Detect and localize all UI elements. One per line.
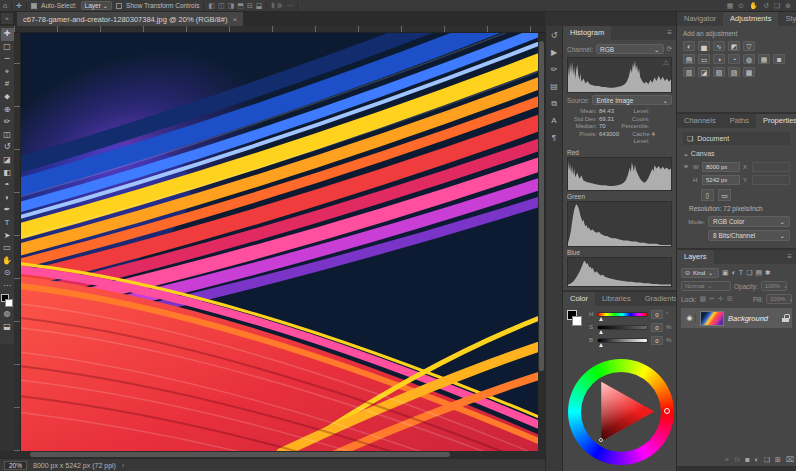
brush-tool[interactable]: ✏ <box>1 116 14 129</box>
auto-select-checkbox[interactable] <box>31 3 37 9</box>
lock-position-icon[interactable]: ✛ <box>718 295 724 303</box>
link-dimensions-icon[interactable]: ⚭ <box>683 163 690 171</box>
delete-layer-icon[interactable]: ⌧ <box>786 456 794 464</box>
path-selection-tool[interactable]: ➤ <box>1 230 14 243</box>
distribute-h-icon[interactable]: ⫴ <box>271 1 274 11</box>
eyedropper-tool[interactable]: ⬥ <box>1 91 14 104</box>
blur-tool[interactable]: ◓ <box>1 179 14 192</box>
lasso-tool[interactable]: ∽ <box>1 53 14 66</box>
tab-styles[interactable]: Styles <box>778 12 796 26</box>
tab-adjustments[interactable]: Adjustments <box>723 12 778 26</box>
close-tab-icon[interactable]: × <box>232 15 237 24</box>
align-center-v-icon[interactable]: ⊟ <box>247 1 253 11</box>
slider-marker[interactable] <box>599 343 603 347</box>
slider-ramp[interactable] <box>597 312 648 317</box>
zoom-tool[interactable]: ⊙ <box>1 267 14 280</box>
distribute-v-icon[interactable]: ⊪ <box>277 1 283 11</box>
type-tool[interactable]: T <box>1 217 14 230</box>
horizontal-scrollbar-thumb[interactable] <box>30 452 450 457</box>
pen-tool[interactable]: ✒ <box>1 204 14 217</box>
filter-adjustment-icon[interactable]: ◐ <box>732 269 736 277</box>
layer-row-background[interactable]: ◉ Background <box>681 308 792 328</box>
horizontal-scrollbar[interactable] <box>0 451 545 458</box>
arrange-icon[interactable]: ▦ <box>727 1 734 11</box>
tab-layers[interactable]: Layers <box>677 250 714 264</box>
history-brush-tool[interactable]: ↺ <box>1 141 14 154</box>
adj-invert[interactable]: ◙ <box>773 54 785 64</box>
new-layer-icon[interactable]: ⊞ <box>775 456 781 464</box>
layer-thumbnail[interactable] <box>700 311 724 326</box>
paragraph-panel-icon[interactable]: ¶ <box>548 132 561 144</box>
move-tool-icon[interactable]: ✛ <box>16 1 22 11</box>
actions-panel-icon[interactable]: ▶ <box>548 47 561 59</box>
background-swatch[interactable] <box>5 299 13 307</box>
slider-marker[interactable] <box>599 317 603 321</box>
eraser-tool[interactable]: ◪ <box>1 154 14 167</box>
landscape-orientation-button[interactable]: ▭ <box>718 189 731 201</box>
adj-black-white[interactable]: ◑ <box>713 54 725 64</box>
slider-value[interactable]: 0 <box>651 323 663 332</box>
adj-selective-color[interactable]: ▨ <box>728 67 740 77</box>
source-dropdown[interactable]: Entire Image⌄ <box>592 95 672 105</box>
vertical-scrollbar[interactable] <box>538 33 545 451</box>
link-layers-icon[interactable]: ⚭ <box>724 456 730 464</box>
transform-controls-checkbox[interactable] <box>116 3 122 9</box>
canvas-section-header[interactable]: ⌄ Canvas <box>683 150 790 158</box>
bit-depth-dropdown[interactable]: 8 Bits/Channel⌄ <box>708 230 790 241</box>
character-panel-icon[interactable]: A <box>548 115 561 127</box>
lock-artboard-icon[interactable]: ⊞ <box>727 295 733 303</box>
tab-navigator[interactable]: Navigator <box>677 12 723 26</box>
screen-mode-button[interactable]: ⬓ <box>1 321 14 334</box>
opacity-field[interactable]: 100%⌄ <box>761 281 787 291</box>
color-wheel[interactable] <box>563 353 677 471</box>
history-panel-icon[interactable]: ↺ <box>548 30 561 42</box>
auto-select-dropdown[interactable]: Layer ⌄ <box>81 1 113 10</box>
uncached-refresh-icon[interactable]: ⟳ <box>667 45 672 53</box>
align-bottom-icon[interactable]: ⬓ <box>256 1 263 11</box>
dodge-tool[interactable]: ◖ <box>1 192 14 205</box>
gradient-tool[interactable]: ◧ <box>1 167 14 180</box>
workspace-icon[interactable]: ❏ <box>774 1 780 11</box>
tab-libraries[interactable]: Libraries <box>595 292 638 306</box>
brushes-panel-icon[interactable]: ✏ <box>548 64 561 76</box>
tab-paths[interactable]: Paths <box>723 114 756 128</box>
adj-hue-saturation[interactable]: ▤ <box>683 54 695 64</box>
align-left-icon[interactable]: ◧ <box>208 1 215 11</box>
adj-gradient-map[interactable]: ▧ <box>713 67 725 77</box>
adj-levels[interactable]: ▅ <box>698 41 710 51</box>
adj-color-lookup[interactable]: ▦ <box>758 54 770 64</box>
hue-marker[interactable] <box>664 408 670 414</box>
adj-channel-mixer[interactable]: ◍ <box>743 54 755 64</box>
adj-vibrance[interactable]: ▽ <box>743 41 755 51</box>
filter-toggle-icon[interactable]: ✱ <box>765 269 771 277</box>
align-right-icon[interactable]: ◨ <box>228 1 235 11</box>
object-selection-tool[interactable]: ⌖ <box>1 66 14 79</box>
tab-color[interactable]: Color <box>563 292 595 306</box>
collapse-toolbar-icon[interactable]: » <box>1 13 13 24</box>
fill-field[interactable]: 100%⌄ <box>766 294 792 304</box>
layer-filter-dropdown[interactable]: ⊙ Kind⌄ <box>681 268 719 278</box>
background-color-swatch[interactable] <box>572 316 582 326</box>
layers-menu-icon[interactable]: ≡ <box>787 250 796 264</box>
document-tab[interactable]: c67-78-gamer-and-creator-1280307384.jpg … <box>17 12 243 26</box>
zoom-tool-icon[interactable]: ⊙ <box>738 1 744 11</box>
tab-histogram[interactable]: Histogram <box>563 26 611 40</box>
panel-menu-icon[interactable]: ≡ <box>667 26 676 40</box>
layer-visibility-icon[interactable]: ◉ <box>684 314 696 322</box>
filter-shape-icon[interactable]: ❏ <box>746 269 752 277</box>
lock-pixels-icon[interactable]: ✏ <box>709 295 715 303</box>
adj-pattern[interactable]: ▩ <box>743 67 755 77</box>
portrait-orientation-button[interactable]: ▯ <box>701 189 714 201</box>
document-type-row[interactable]: ❏ Document <box>683 132 790 145</box>
width-field[interactable]: 8000 px <box>702 162 740 172</box>
filter-pixel-icon[interactable]: ▣ <box>722 269 729 277</box>
height-field[interactable]: 5242 px <box>702 175 740 185</box>
slider-ramp[interactable] <box>597 325 648 330</box>
align-center-h-icon[interactable]: ◫ <box>218 1 225 11</box>
tab-properties[interactable]: Properties <box>756 114 796 128</box>
slider-value[interactable]: 0 <box>651 336 663 345</box>
clone-stamp-tool[interactable]: ◫ <box>1 129 14 142</box>
adj-exposure[interactable]: ◩ <box>728 41 740 51</box>
blend-mode-dropdown[interactable]: Normal⌄ <box>681 281 731 291</box>
vertical-scrollbar-thumb[interactable] <box>539 41 544 371</box>
